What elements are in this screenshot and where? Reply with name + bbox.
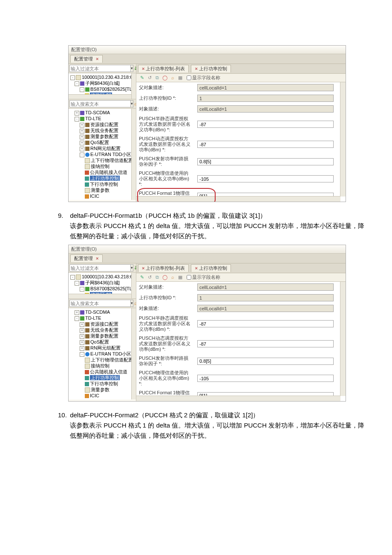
filter-input[interactable]: [69, 264, 131, 272]
tree-item[interactable]: +资源接口配置: [70, 121, 135, 127]
field-input[interactable]: [197, 375, 334, 382]
editor-tab-detail[interactable]: ×上行功率控制: [191, 65, 231, 72]
tree-item[interactable]: -E-UTRAN TDD小区: [70, 351, 135, 357]
tree-item[interactable]: 测量参数: [70, 187, 135, 193]
tree-item[interactable]: 上下行物理信道配置: [70, 157, 135, 163]
tree-item[interactable]: +测量参数配置: [70, 333, 135, 339]
tree-bs[interactable]: BS8700$282625[TL][BCTN: [90, 286, 136, 291]
field-input[interactable]: [197, 121, 334, 128]
field-input[interactable]: [197, 340, 334, 347]
tree-item[interactable]: 下行功率控制: [70, 181, 135, 187]
tree-item[interactable]: 上下行物理信道配置: [70, 357, 135, 363]
view-tab[interactable]: 配置管理 ×: [70, 254, 103, 262]
stop-icon[interactable]: ◯: [162, 275, 168, 280]
find-icon[interactable]: ⌕: [170, 275, 176, 280]
tree-item[interactable]: 小区QoS: [70, 199, 135, 200]
filter-input[interactable]: [69, 65, 131, 72]
tree-item[interactable]: 上行功率控制: [70, 175, 135, 181]
tree-subnet[interactable]: 子网$8436[白城]: [85, 280, 120, 285]
find-icon[interactable]: ⌕: [170, 75, 176, 81]
show-fieldname-checkbox[interactable]: 显示字段名称: [187, 75, 220, 81]
copy-icon[interactable]: ⧉: [154, 275, 160, 280]
grid-icon[interactable]: ▦: [177, 275, 183, 280]
tree-item[interactable]: 下行功率控制: [70, 381, 135, 387]
form-row: 父对象描述:: [136, 82, 346, 93]
undo-icon[interactable]: ↺: [147, 275, 153, 280]
undo-icon[interactable]: ↺: [147, 75, 153, 81]
copy-icon[interactable]: ⧉: [154, 75, 160, 81]
close-icon[interactable]: ×: [96, 56, 98, 61]
field-label: PUSCH半静态调度授权方式发送数据所需小区名义功率(dBm) *:: [136, 114, 195, 134]
search-input[interactable]: [69, 100, 131, 107]
tree-item[interactable]: -TD-LTE: [70, 116, 135, 121]
tree-subnet[interactable]: 子网$8436[白城]: [85, 81, 120, 86]
tree-item[interactable]: +TD-SCDMA: [70, 110, 135, 116]
tree-item[interactable]: -E-UTRAN TDD小区: [70, 151, 135, 157]
tree-root[interactable]: 100001[10.230.43.218:64099]: [82, 274, 136, 279]
field-input[interactable]: [197, 158, 334, 165]
tree-root[interactable]: 100001[10.230.43.218:64099]: [82, 75, 136, 80]
tree-item[interactable]: 接纳控制: [70, 163, 135, 169]
left-panel: ▾ ⇵ 🔍 -100001[10.230.43.218:64099] -子网$8…: [69, 263, 136, 401]
tree-item[interactable]: +测量参数配置: [70, 133, 135, 139]
network-tree[interactable]: -100001[10.230.43.218:64099] -子网$8436[白城…: [69, 273, 136, 299]
tree-item[interactable]: +RN网元组配置: [70, 345, 135, 351]
tree-item[interactable]: +无线业务配置: [70, 327, 135, 333]
scrollbar-v[interactable]: [131, 109, 136, 200]
field-input[interactable]: [197, 175, 334, 182]
view-tab[interactable]: 配置管理 ×: [70, 55, 103, 63]
dropdown-icon[interactable]: ▾: [130, 100, 133, 107]
scrollbar-v[interactable]: [131, 308, 136, 399]
tree-bs[interactable]: BS8700$282625[TL][BCTN: [90, 87, 136, 92]
tree-item[interactable]: 接纳控制: [70, 363, 135, 369]
editor-tab-list[interactable]: ×上行功率控制-列表: [138, 264, 189, 272]
scrollbar-h[interactable]: [69, 294, 132, 298]
tree-item[interactable]: +QoS配置: [70, 139, 135, 145]
edit-icon[interactable]: ✎: [139, 275, 145, 280]
dropdown-icon[interactable]: ▾: [130, 300, 133, 307]
scrollbar-v[interactable]: [340, 282, 346, 396]
grid-icon[interactable]: ▦: [177, 75, 183, 81]
editor-tab-detail[interactable]: ×上行功率控制: [191, 264, 231, 272]
search-input[interactable]: [69, 300, 131, 307]
menubar[interactable]: 配置管理(O): [69, 245, 346, 254]
tree-item[interactable]: 小区QoS: [70, 399, 135, 399]
tree-item[interactable]: +QoS配置: [70, 339, 135, 345]
edit-icon[interactable]: ✎: [139, 75, 145, 81]
tree-item[interactable]: 公共随机接入信道: [70, 169, 135, 175]
form-area: 父对象描述:上行功率控制ID *:对象描述:PUSCH半静态调度授权方式发送数据…: [136, 282, 346, 401]
tree-item[interactable]: 公共随机接入信道: [70, 369, 135, 375]
tree-item[interactable]: -TD-LTE: [70, 315, 135, 321]
field-input[interactable]: [197, 358, 334, 365]
menubar[interactable]: 配置管理(O): [69, 46, 346, 54]
list-number: 10.: [58, 410, 68, 420]
network-tree[interactable]: -100001[10.230.43.218:64099] -子网$8436[白城…: [69, 73, 136, 99]
show-fieldname-checkbox[interactable]: 显示字段名称: [187, 274, 220, 280]
tree-item[interactable]: ICIC: [70, 193, 135, 199]
tree-item[interactable]: +RN网元组配置: [70, 145, 135, 151]
dropdown-icon[interactable]: ▾: [130, 65, 133, 72]
scrollbar-v[interactable]: [131, 273, 136, 298]
scrollbar-h[interactable]: [136, 196, 340, 202]
tree-item[interactable]: 上行功率控制: [70, 375, 135, 381]
search-row: ▾ ⌕ ▲ ▼: [69, 99, 136, 109]
scrollbar-v[interactable]: [340, 82, 346, 197]
tree-item[interactable]: ICIC: [70, 393, 135, 399]
field-input[interactable]: [197, 141, 334, 148]
editor-tab-list[interactable]: ×上行功率控制-列表: [138, 65, 189, 72]
stop-icon[interactable]: ◯: [162, 75, 168, 81]
dropdown-icon[interactable]: ▾: [130, 264, 133, 272]
tree-item[interactable]: +资源接口配置: [70, 321, 135, 327]
field-input: [197, 84, 334, 91]
tree-item[interactable]: 测量参数: [70, 387, 135, 393]
scrollbar-h[interactable]: [69, 94, 132, 99]
screenshot-2: 配置管理(O) 配置管理 × ▾ ⇵ 🔍 -100001[10.230.43.2…: [68, 245, 346, 402]
tree-item[interactable]: +TD-SCDMA: [70, 309, 135, 315]
field-input[interactable]: [197, 320, 334, 327]
scrollbar-v[interactable]: [131, 73, 136, 99]
config-tree[interactable]: +TD-SCDMA-TD-LTE+资源接口配置+无线业务配置+测量参数配置+Qo…: [69, 308, 136, 399]
config-tree[interactable]: +TD-SCDMA-TD-LTE+资源接口配置+无线业务配置+测量参数配置+Qo…: [69, 109, 136, 200]
scrollbar-h[interactable]: [136, 396, 340, 401]
close-icon[interactable]: ×: [96, 256, 98, 261]
tree-item[interactable]: +无线业务配置: [70, 127, 135, 133]
